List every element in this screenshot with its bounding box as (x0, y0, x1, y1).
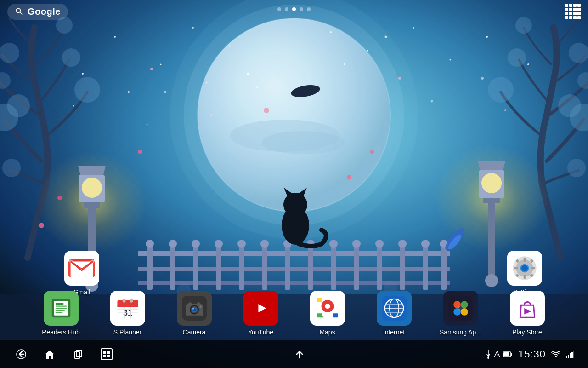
svg-rect-46 (262, 244, 267, 290)
svg-point-100 (431, 100, 433, 103)
page-dot-3[interactable] (292, 7, 296, 11)
svg-rect-154 (317, 313, 322, 317)
samsung-apps-icon (443, 291, 478, 326)
home-icon (43, 348, 56, 361)
app-dock: Readers Hub 31 S Planner (0, 291, 588, 336)
svg-point-94 (147, 124, 148, 125)
svg-point-77 (138, 150, 142, 154)
page-dot-5[interactable] (307, 7, 311, 11)
svg-point-19 (508, 48, 526, 67)
time-display: 15:30 (518, 348, 546, 360)
nav-right-group: ! 15:30 (485, 348, 574, 360)
play-store-logo (515, 296, 540, 321)
search-icon (15, 7, 24, 16)
svg-rect-42 (170, 244, 175, 290)
internet-label: Internet (383, 328, 405, 336)
maps-app[interactable]: M Maps (302, 291, 353, 336)
gmail-logo (68, 255, 95, 282)
svg-point-85 (229, 46, 231, 47)
svg-rect-172 (76, 350, 82, 356)
svg-rect-54 (441, 244, 447, 290)
svg-point-90 (486, 36, 488, 38)
screenshot-button[interactable] (99, 347, 114, 362)
svg-rect-128 (55, 310, 64, 310)
svg-rect-32 (488, 198, 495, 281)
samsung-logo (448, 296, 473, 321)
svg-point-11 (62, 48, 80, 67)
svg-rect-156 (317, 298, 322, 302)
svg-marker-33 (478, 161, 505, 170)
svg-rect-53 (423, 244, 428, 290)
s-planner-app[interactable]: 31 S Planner (102, 291, 153, 336)
gmail-icon (64, 251, 99, 286)
page-dot-2[interactable] (285, 7, 288, 11)
camera-app[interactable]: Camera (169, 291, 220, 336)
readers-hub-app[interactable]: Readers Hub (36, 291, 86, 336)
back-button[interactable] (14, 347, 28, 362)
settings-app[interactable]: Settings (507, 251, 542, 296)
svg-point-96 (150, 68, 153, 70)
screenshot-icon (99, 347, 114, 362)
svg-rect-49 (331, 244, 336, 290)
page-dot-1[interactable] (277, 7, 281, 11)
grid-cell (565, 8, 568, 11)
alert-icon: ! (493, 351, 501, 358)
svg-point-89 (450, 59, 451, 61)
camera-logo (182, 296, 207, 321)
internet-app[interactable]: Internet (369, 291, 419, 336)
svg-rect-171 (74, 352, 80, 358)
svg-rect-138 (122, 299, 125, 303)
play-store-app[interactable]: Play Store (502, 291, 553, 336)
svg-point-15 (2, 159, 21, 177)
svg-point-59 (237, 240, 246, 248)
svg-rect-51 (377, 244, 382, 290)
grid-cell (573, 4, 577, 7)
svg-point-178 (487, 357, 489, 359)
svg-rect-187 (570, 353, 571, 358)
up-button[interactable] (292, 347, 307, 362)
grid-cell (569, 4, 572, 7)
svg-point-10 (74, 77, 100, 103)
svg-point-91 (527, 63, 529, 65)
svg-rect-118 (531, 267, 535, 270)
svg-rect-186 (568, 355, 569, 358)
svg-point-79 (370, 150, 374, 154)
svg-rect-176 (103, 355, 106, 357)
svg-rect-43 (193, 244, 198, 290)
grid-cell (577, 4, 581, 7)
youtube-app[interactable]: YouTube (236, 291, 286, 336)
google-search-bar[interactable]: Google (7, 4, 68, 20)
svg-point-184 (555, 356, 557, 357)
youtube-label: YouTube (248, 328, 273, 336)
svg-rect-50 (354, 244, 359, 290)
svg-point-55 (146, 240, 154, 248)
camera-icon (177, 291, 212, 326)
samsung-apps-app[interactable]: Samsung Ap... (435, 291, 486, 336)
svg-point-66 (398, 240, 407, 248)
internet-logo (382, 296, 407, 321)
s-planner-icon: 31 (110, 291, 145, 326)
play-store-icon (510, 291, 545, 326)
svg-point-145 (192, 308, 194, 309)
svg-point-80 (264, 108, 269, 113)
svg-rect-139 (130, 299, 133, 303)
svg-point-21 (569, 43, 588, 63)
internet-icon (377, 291, 412, 326)
svg-point-13 (0, 43, 19, 63)
app-drawer-button[interactable] (565, 4, 581, 19)
grid-cell (573, 12, 577, 15)
maps-logo: M (315, 296, 340, 321)
page-dot-4[interactable] (300, 7, 303, 11)
svg-point-168 (458, 305, 463, 310)
gmail-app[interactable]: Gmail (64, 251, 99, 296)
battery-icon (503, 351, 513, 357)
recent-apps-button[interactable] (71, 347, 85, 362)
svg-rect-174 (103, 351, 106, 354)
svg-rect-132 (117, 305, 138, 307)
camera-label: Camera (183, 328, 206, 336)
svg-rect-117 (514, 267, 518, 270)
svg-rect-155 (333, 313, 338, 317)
grid-cell (573, 8, 577, 11)
home-button[interactable] (42, 347, 57, 362)
readers-hub-logo (49, 296, 74, 321)
